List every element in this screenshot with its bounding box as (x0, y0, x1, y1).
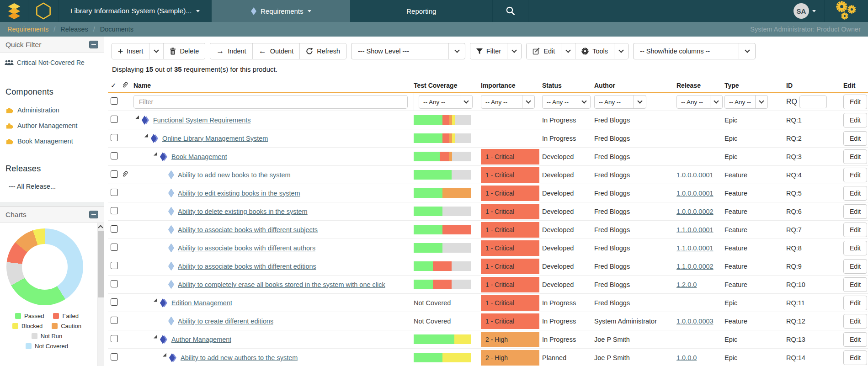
expand-toggle-icon[interactable] (154, 335, 157, 339)
delete-button[interactable]: Delete (163, 43, 205, 59)
expand-toggle-icon[interactable] (163, 353, 166, 357)
collapse-panel-button[interactable] (89, 211, 98, 218)
filter-dropdown-button[interactable] (507, 43, 521, 59)
row-checkbox[interactable] (111, 298, 118, 306)
column-header-name[interactable]: Name (133, 82, 414, 89)
outdent-button[interactable]: ←Outdent (252, 43, 300, 59)
column-header-id[interactable]: ID (786, 82, 843, 89)
requirement-link[interactable]: Author Management (171, 336, 231, 343)
row-checkbox[interactable] (111, 225, 118, 233)
edit-button[interactable]: Edit (843, 168, 867, 182)
release-filter-item[interactable]: --- All Release... (9, 183, 99, 190)
row-checkbox[interactable] (111, 170, 118, 178)
release-filter-select[interactable]: -- Any -- (676, 95, 723, 109)
tab-reporting[interactable]: Reporting (350, 0, 492, 22)
edit-button[interactable]: Edit (843, 113, 867, 127)
component-filter-item[interactable]: Book Management (5, 137, 99, 145)
requirement-link[interactable]: Ability to associate books with differen… (178, 263, 316, 270)
release-link[interactable]: 1.0.0.0.0003 (676, 318, 714, 325)
breadcrumb-releases[interactable]: Releases (60, 26, 88, 33)
edit-button[interactable]: Edit (843, 314, 867, 329)
scroll-up-icon[interactable] (98, 225, 103, 230)
search-button[interactable] (492, 0, 528, 22)
release-link[interactable]: 1.0.0.0.0001 (676, 190, 714, 197)
edit-button[interactable]: Edit (843, 131, 867, 146)
row-checkbox[interactable] (111, 335, 118, 342)
admin-settings-button[interactable] (824, 0, 868, 22)
status-filter-select[interactable]: -- Any -- (542, 95, 591, 109)
filter-button[interactable]: Filter (470, 43, 507, 59)
collapse-panel-button[interactable] (89, 41, 98, 48)
column-header-type[interactable]: Type (724, 82, 786, 89)
edit-button[interactable]: Edit (843, 204, 867, 219)
component-filter-item[interactable]: Administration (5, 106, 99, 114)
select-all-check-icon[interactable]: ✓ (108, 81, 122, 90)
tab-requirements[interactable]: Requirements (212, 0, 350, 22)
insert-button[interactable]: +Insert (112, 43, 149, 59)
row-checkbox[interactable] (111, 317, 118, 324)
row-checkbox[interactable] (111, 152, 118, 159)
requirement-link[interactable]: Ability to add new authors to the system (181, 354, 298, 361)
row-checkbox[interactable] (111, 207, 118, 214)
release-link[interactable]: 1.1.0.0.0001 (676, 244, 714, 252)
show-hide-columns-select[interactable]: -- Show/hide columns -- (633, 43, 756, 59)
edit-button[interactable]: Edit (843, 95, 867, 109)
release-link[interactable]: 1.0.0.0.0002 (676, 208, 714, 215)
indent-button[interactable]: →Indent (210, 43, 252, 59)
component-filter-item[interactable]: Author Management (5, 122, 99, 129)
row-checkbox[interactable] (111, 244, 118, 251)
expand-toggle-icon[interactable] (154, 152, 157, 156)
type-filter-select[interactable]: -- Any -- (724, 95, 768, 109)
expand-toggle-icon[interactable] (144, 134, 148, 138)
requirement-link[interactable]: Ability to create different editions (178, 318, 273, 325)
row-checkbox[interactable] (111, 134, 118, 141)
edit-button[interactable]: Edit (843, 259, 867, 274)
column-header-author[interactable]: Author (594, 82, 676, 89)
edit-button[interactable]: Edit (843, 350, 867, 365)
requirement-link[interactable]: Ability to add new books to the system (178, 171, 291, 179)
author-filter-select[interactable]: -- Any -- (594, 95, 646, 109)
chart-scrollbar[interactable] (97, 223, 104, 366)
requirement-link[interactable]: Ability to edit existing books in the sy… (178, 190, 300, 197)
edit-button[interactable]: Edit (843, 277, 867, 292)
requirement-link[interactable]: Online Library Management System (162, 135, 268, 142)
user-menu[interactable]: SA (785, 0, 824, 22)
test-coverage-filter-select[interactable]: -- Any -- (419, 95, 473, 109)
column-header-release[interactable]: Release (676, 82, 724, 89)
requirement-link[interactable]: Book Management (171, 153, 227, 160)
breadcrumb-documents[interactable]: Documents (100, 26, 133, 33)
workspace-hexagon-icon[interactable] (28, 0, 59, 22)
show-level-select[interactable]: --- Show Level --- (351, 43, 465, 59)
insert-dropdown-button[interactable] (149, 43, 163, 59)
release-link[interactable]: 1.0.0.0 (676, 354, 697, 361)
scrollbar-thumb[interactable] (98, 231, 104, 297)
quick-filter-item-critical-not-covered[interactable]: Critical Not-Covered Re (5, 59, 99, 66)
edit-button[interactable]: Edit (843, 241, 867, 255)
expand-toggle-icon[interactable] (135, 116, 139, 119)
release-link[interactable]: 1.0.0.0.0001 (676, 171, 714, 179)
column-header-status[interactable]: Status (542, 82, 594, 89)
row-checkbox[interactable] (111, 280, 118, 287)
tools-dropdown-button[interactable] (614, 43, 628, 59)
breadcrumb-requirements[interactable]: Requirements (7, 26, 48, 33)
column-header-importance[interactable]: Importance (481, 82, 542, 89)
filter-row-checkbox[interactable] (111, 97, 118, 105)
row-checkbox[interactable] (111, 189, 118, 196)
edit-button[interactable]: Edit (843, 332, 867, 347)
requirement-link[interactable]: Ability to delete existing books in the … (178, 208, 308, 215)
edit-button[interactable]: Edit (843, 186, 867, 201)
edit-button[interactable]: Edit (843, 296, 867, 310)
id-filter-input[interactable] (799, 95, 827, 108)
requirement-link[interactable]: Ability to associate books with differen… (178, 244, 315, 252)
release-link[interactable]: 1.1.0.0.0002 (676, 263, 714, 270)
edit-button[interactable]: Edit (843, 223, 867, 237)
product-selector[interactable]: Library Information System (Sample)... (59, 0, 212, 22)
requirement-link[interactable]: Ability to completely erase all books st… (178, 281, 385, 288)
release-link[interactable]: 1.1.0.0.0001 (676, 226, 714, 233)
refresh-button[interactable]: Refresh (299, 43, 346, 59)
importance-filter-select[interactable]: -- Any -- (481, 95, 535, 109)
requirement-link[interactable]: Ability to associate books with differen… (178, 226, 318, 233)
column-header-test-coverage[interactable]: Test Coverage (414, 82, 481, 89)
requirement-link[interactable]: Functional System Requirements (153, 117, 251, 124)
row-checkbox[interactable] (111, 262, 118, 269)
